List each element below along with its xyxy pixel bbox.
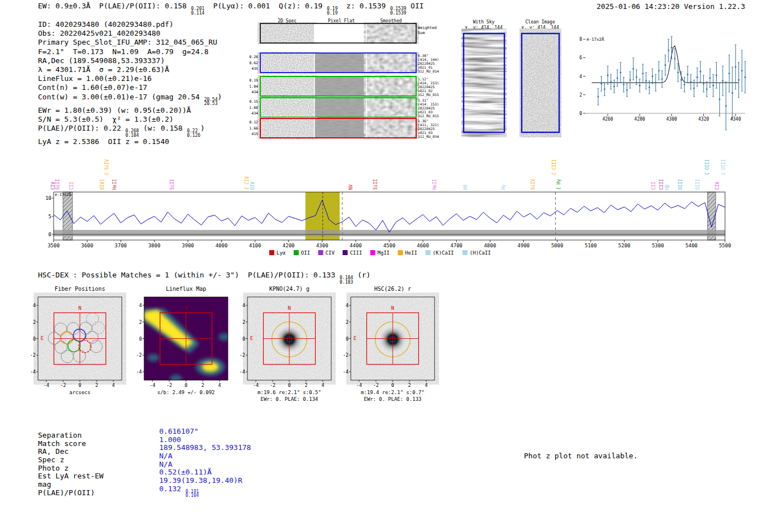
panel-title: Lineflux Map <box>166 286 206 292</box>
data-point <box>693 88 695 89</box>
y-tick-label: -4 <box>136 369 142 375</box>
text-segment: EW: 0.9±0.3Å P(LAE)/P(OII): 0.158 <box>38 2 191 10</box>
text-segment: OII <box>406 2 423 10</box>
info-line: Cont(n) = 1.60(±0.07)e-17 <box>38 83 222 92</box>
north-label: N <box>391 305 394 311</box>
spectrum-line <box>54 200 725 232</box>
data-point <box>613 85 615 87</box>
y-tick-label: 2 <box>346 319 349 325</box>
x-tick-label: 5300 <box>652 243 664 248</box>
flux-teal-patch <box>147 354 160 362</box>
legend-label: (K)CaII <box>433 250 454 256</box>
data-point <box>738 79 740 81</box>
match-field-label: Est LyA rest-EW <box>38 472 103 480</box>
data-point <box>620 72 622 74</box>
row-scale-label: 0.62 <box>249 61 258 65</box>
y-tick-label: 2 <box>242 319 245 325</box>
data-point <box>712 85 714 87</box>
legend-swatch <box>318 250 323 255</box>
with-sky-title: With Sky <box>473 20 495 25</box>
text-segment: 0.616107" <box>159 427 198 435</box>
emission-line-label: SiIV <box>531 179 536 190</box>
match-field-label: mag <box>38 480 103 488</box>
legend-label: MgII <box>378 250 390 256</box>
row-annotation: 312_RU_015 <box>418 114 439 118</box>
y-tick-label: 8 <box>579 37 582 42</box>
x-tick-label: -2 <box>270 382 275 388</box>
data-point <box>677 72 679 74</box>
text-segment: ID: 4020293480 (4020293480.pdf) <box>38 20 174 28</box>
stacked-uncertainty: 20.5420.53 <box>204 98 217 106</box>
east-label: E <box>250 336 253 341</box>
text-segment: F=2.1" T=0.173 N=1.09 A=0.79 g=24.8 <box>38 47 208 56</box>
smoothed-image <box>366 76 416 96</box>
match-field-label: Match score <box>38 439 103 448</box>
data-point <box>610 81 612 83</box>
row-annotation: (414, 144) <box>418 57 439 61</box>
x-tick-label: 0 <box>184 382 187 388</box>
info-line: ID: 4020293480 (4020293480.pdf) <box>38 20 222 29</box>
row-annotation: (411, 321) <box>418 123 439 127</box>
emission-line-label: CII <box>69 181 74 190</box>
emission-line-label: { CIII <box>552 159 557 175</box>
panel-title: HSC(26.2) r <box>374 286 411 292</box>
spec2d-image <box>260 53 314 73</box>
emission-line-label: CIII <box>659 179 664 190</box>
x-tick-label: 2 <box>95 382 98 388</box>
emission-line-label: { SiIV <box>104 159 109 175</box>
spec2d-image <box>260 98 314 117</box>
emission-line-label: HeII <box>112 179 117 190</box>
info-line: Primary Spec_Slot_IFU_AMP: 312_045_065_R… <box>38 38 222 47</box>
data-point <box>706 88 708 90</box>
emission-line-label: SiII <box>55 179 60 190</box>
text-segment: λ = 4301.71Å σ = 2.29(±0.63)Å <box>38 65 169 74</box>
x-tick-label: 4000 <box>216 243 228 248</box>
x-tick-label: 2 <box>304 382 307 388</box>
spec2d-image <box>260 118 314 138</box>
row-scale-label: 434 <box>251 90 258 94</box>
x-tick-label: 4 <box>321 382 324 388</box>
y-tick-label: -4 <box>240 369 245 375</box>
full-spectrum-plot: 3500360037003800390040004100420043004400… <box>45 146 737 261</box>
legend-label: CIII <box>350 250 362 256</box>
pixelflat-image <box>314 23 366 43</box>
x-tick-label: 3600 <box>81 243 93 248</box>
text-segment: 189.548983, 53.393178 <box>159 443 251 452</box>
text-segment: S/N = 5.3(±0.5) χ² = 1.3(±0.2) <box>38 115 174 123</box>
x-tick-label: 3500 <box>47 243 60 248</box>
y-tick-label: -4 <box>30 369 36 375</box>
east-label: E <box>41 336 44 341</box>
emission-line-label: CIV <box>715 181 720 190</box>
data-point <box>636 76 637 78</box>
data-point <box>722 80 724 82</box>
data-point <box>684 84 685 85</box>
data-point <box>735 66 736 68</box>
report-timestamp: 2025-01-06 14:23:20 Version 1.22.3 <box>597 2 745 11</box>
detection-info-block: ID: 4020293480 (4020293480.pdf)Obs: 2022… <box>38 20 222 146</box>
row-annotation: 20220425 <box>418 85 435 89</box>
stacked-uncertainty: 0.220.126 <box>187 129 201 137</box>
data-point <box>709 78 711 79</box>
data-point <box>626 89 628 91</box>
legend-label: OII <box>301 250 310 256</box>
data-point <box>639 85 641 87</box>
text-segment: ) <box>218 93 222 101</box>
emission-line-label: Hβ <box>665 184 670 190</box>
legend-swatch <box>426 250 431 255</box>
match-field-value: 0.52(±0.11)Å <box>159 468 251 476</box>
row-annotation: 1.36" <box>418 119 428 123</box>
data-point <box>652 75 654 77</box>
north-label: N <box>78 305 81 311</box>
row-annotation: (414, 153) <box>418 81 439 85</box>
data-point <box>716 75 717 76</box>
emission-line-label: OIII <box>678 179 683 190</box>
match-field-value: N/A <box>159 460 251 468</box>
text-segment: Obs: 20220425v021_4020293480 <box>38 29 160 37</box>
emission-line-label: OIV <box>250 181 255 190</box>
text-segment: P(Lyα): 0.001 Q(z): 0.19 <box>204 2 327 10</box>
text-segment: 0.52(±0.11)Å <box>159 468 212 476</box>
match-field-label: Photo z <box>38 464 103 472</box>
match-field-value: 0.616107" <box>159 427 251 435</box>
flux-units-label: e-17x2Å <box>55 192 71 197</box>
data-point <box>630 79 631 81</box>
